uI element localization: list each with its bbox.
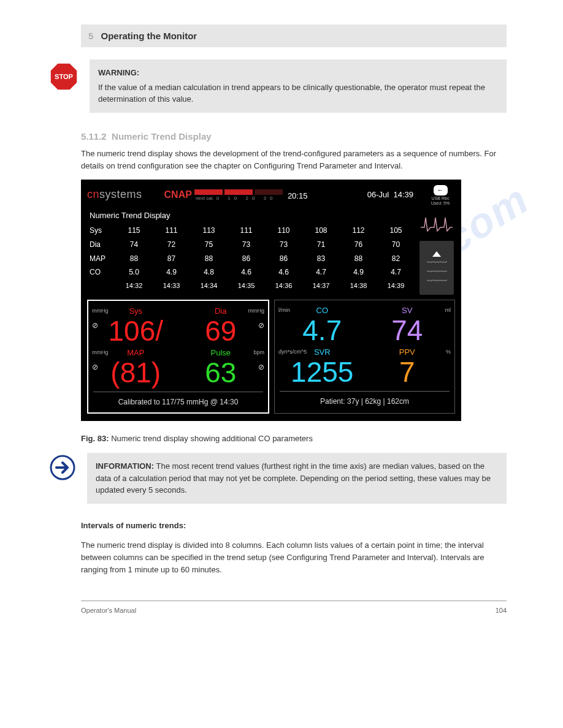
footer-left: Operator's Manual [81, 606, 136, 615]
sys-value: 106/ [93, 317, 178, 345]
usb-badge[interactable]: ← USB Rec Used: 5% [426, 184, 455, 205]
alarm-off-icon: ⊘ [92, 362, 98, 373]
subsection-title: Numeric Trend Display [112, 131, 212, 142]
section-title: Operating the Monitor [101, 31, 197, 41]
waveform-expand-button[interactable]: 〰〰〰 〰〰〰 〰〰〰 [419, 241, 454, 295]
ppv-value: 7 [365, 358, 450, 386]
usb-line1: USB Rec [426, 196, 455, 200]
monitor-date: 06-Jul [367, 190, 389, 199]
warning-box: WARNING: If the value of a median calcul… [90, 59, 507, 113]
figure-number: Fig. 83: [81, 434, 109, 443]
cnap-label: CNAP [164, 188, 192, 202]
wave-icon: 〰〰〰 [427, 259, 447, 266]
cnap-ticks: 0 10 20 30 [216, 195, 277, 202]
usb-line2: Used: 5% [426, 201, 455, 205]
unit-dyn: dyn*s/cm^5 [278, 348, 307, 356]
monitor-time: 14:39 [393, 190, 413, 199]
wave-icon: 〰〰〰 [427, 278, 447, 284]
svr-value: 1255 [280, 358, 365, 386]
info-heading: INFORMATION: [96, 461, 154, 471]
table-row: 14:3214:3314:3414:3514:3614:3714:3814:39 [87, 279, 415, 292]
trend-label-dia: Dia [87, 238, 115, 252]
logo-cn: cn [87, 188, 99, 200]
alarm-off-icon: ⊘ [92, 320, 98, 331]
intro-paragraph: The numeric trend display shows the deve… [81, 148, 507, 172]
information-box: INFORMATION: The most recent trend value… [87, 453, 507, 504]
table-row: CO 5.04.94.84.64.64.74.94.7 [87, 265, 415, 279]
map-value: (81) [93, 358, 178, 387]
monitor-screenshot: cnsystems CNAP next cal. 0 10 20 30 20:1… [81, 180, 461, 421]
monitor-logo: cnsystems [87, 187, 142, 202]
pulse-value: 63 [178, 358, 264, 387]
cnap-bars [194, 189, 283, 195]
dia-value: 69 [178, 317, 264, 345]
sv-value: 74 [365, 316, 450, 344]
intervals-body: The numeric trend display is divided int… [81, 539, 507, 576]
calibration-text: Calibrated to 117/75 mmHg @ 14:30 [93, 392, 263, 408]
cnap-timer: 20:15 [288, 191, 308, 202]
wave-icon: 〰〰〰 [427, 268, 447, 275]
table-row: Dia 7472757373717670 [87, 238, 415, 252]
section-header: 5 Operating the Monitor [81, 25, 507, 47]
svg-text:STOP: STOP [55, 73, 73, 80]
trend-label-map: MAP [87, 252, 115, 266]
chevron-up-icon [432, 251, 441, 257]
co-panel[interactable]: l/min CO 4.7 ml SV 74 dyn*s/cm^5 SVR 125… [274, 300, 455, 414]
co-value: 4.7 [280, 316, 365, 344]
figure-caption: Fig. 83: Numeric trend display showing a… [81, 433, 507, 444]
alarm-off-icon: ⊘ [258, 362, 264, 373]
unit-mmhg: mmHg [248, 307, 265, 315]
table-row: MAP 8887888686838882 [87, 252, 415, 266]
warning-heading: WARNING: [98, 67, 498, 79]
unit-ml: ml [445, 306, 451, 314]
unit-pct: % [446, 348, 451, 356]
waveform-thumbnail[interactable] [419, 209, 454, 237]
figure-text: Numeric trend display showing additional… [109, 434, 313, 443]
trend-table: Sys 115111113111110108112105 Dia 7472757… [87, 224, 415, 293]
logo-sys: systems [99, 188, 142, 200]
trend-label-co: CO [87, 265, 115, 279]
warning-body: If the value of a median calculation in … [98, 83, 485, 104]
subsection-number: 5.11.2 [81, 131, 107, 142]
alarm-off-icon: ⊘ [258, 320, 264, 331]
patient-info: Patient: 37y | 62kg | 162cm [280, 391, 450, 407]
unit-mmhg: mmHg [92, 307, 109, 315]
section-number: 5 [88, 31, 93, 41]
intervals-heading: Intervals of numeric trends: [81, 521, 186, 530]
stop-icon: STOP [49, 62, 79, 91]
page-footer: Operator's Manual 104 [81, 601, 507, 615]
unit-bpm: bpm [253, 349, 264, 357]
info-body: The most recent trend values (furthest r… [96, 461, 491, 495]
bp-panel[interactable]: mmHg ⊘ Sys 106/ mmHg ⊘ Dia 69 mmHg [87, 300, 269, 414]
trend-title: Numeric Trend Display [90, 210, 415, 221]
monitor-datetime: 06-Jul 14:39 [367, 189, 413, 200]
unit-mmhg: mmHg [92, 349, 109, 357]
usb-arrow-icon: ← [434, 185, 448, 195]
info-arrow-icon [49, 454, 76, 481]
table-row: Sys 115111113111110108112105 [87, 224, 415, 238]
nextcal-label: next cal. [196, 195, 214, 202]
unit-lmin: l/min [278, 306, 290, 314]
trend-label-sys: Sys [87, 224, 115, 238]
footer-page: 104 [496, 606, 507, 615]
